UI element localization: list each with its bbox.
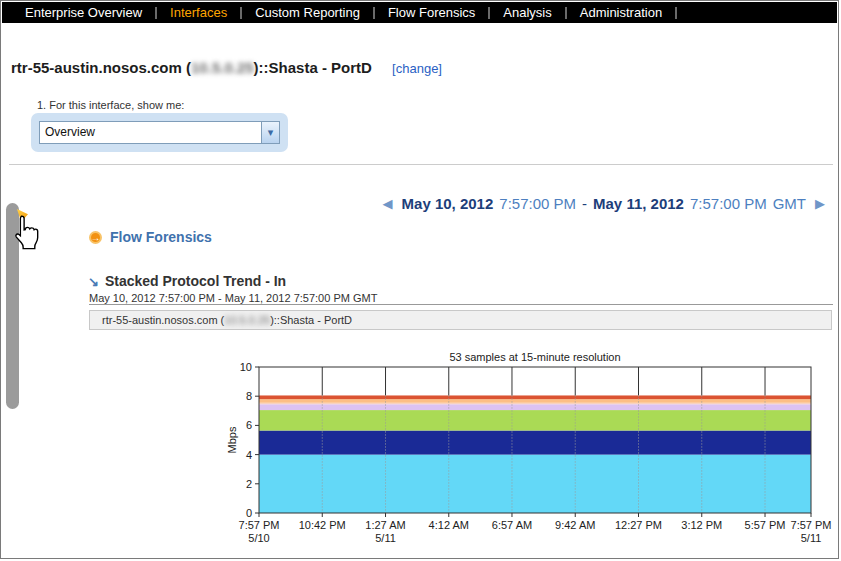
report-header: ↘ Stacked Protocol Trend - In (88, 273, 286, 289)
range-start-time: 7:57:00 PM (499, 195, 576, 212)
drilldown-arrow-icon: ↘ (88, 274, 99, 289)
y-tick-label: 10 (240, 361, 252, 373)
page: Enterprise OverviewInterfacesCustom Repo… (0, 0, 839, 559)
nav-item-enterprise-overview[interactable]: Enterprise Overview (12, 2, 155, 23)
x-tick-label: 4:12 AM (429, 519, 469, 531)
show-me-select-container: Overview ▾ (31, 113, 288, 152)
x-tick-label: 10:42 PM (299, 519, 346, 531)
section-divider (9, 164, 833, 165)
x-tick-label: 3:12 PM (681, 519, 722, 531)
top-nav: Enterprise OverviewInterfacesCustom Repo… (2, 2, 837, 23)
device-bar-prefix: rtr-55-austin.nosos.com ( (102, 314, 224, 326)
flow-forensics-link[interactable]: Flow Forensics (110, 229, 212, 245)
y-tick-label: 6 (246, 419, 252, 431)
x-tick-label: 7:57 PM (791, 519, 832, 531)
report-title: Stacked Protocol Trend - In (105, 273, 286, 289)
range-end-date: May 11, 2012 (593, 195, 684, 212)
report-underline (89, 304, 833, 305)
chevron-down-icon[interactable]: ▾ (261, 122, 279, 143)
device-bar-suffix: )::Shasta - PortD (270, 314, 352, 326)
band-cyan (259, 455, 811, 513)
x-tick-label: 6:57 AM (492, 519, 532, 531)
band-pink (259, 403, 811, 404)
range-separator: - (582, 195, 587, 212)
x-tick-sublabel: 5/11 (375, 532, 396, 544)
change-link[interactable]: [change] (392, 61, 442, 76)
report-date-range: May 10, 2012 7:57:00 PM - May 11, 2012 7… (89, 292, 377, 304)
device-name-prefix: rtr-55-austin.nosos.com ( (11, 59, 191, 76)
redacted-ip: 10.5.0.25 (224, 311, 270, 329)
device-bar: rtr-55-austin.nosos.com (10.5.0.25)::Sha… (89, 310, 832, 330)
x-tick-label: 9:42 AM (555, 519, 595, 531)
range-end-time: 7:57:00 PM (690, 195, 767, 212)
prev-range-button[interactable]: ◀ (380, 196, 396, 211)
x-tick-label: 5:57 PM (745, 519, 786, 531)
y-tick-label: 2 (246, 478, 252, 490)
nav-divider (675, 7, 677, 19)
x-tick-sublabel: 5/10 (248, 532, 269, 544)
x-tick-label: 7:57 PM (239, 519, 280, 531)
nav-item-interfaces[interactable]: Interfaces (157, 2, 240, 23)
y-tick-label: 4 (246, 449, 252, 461)
band-lavender (259, 404, 811, 410)
y-axis-label: Mbps (226, 426, 238, 453)
redacted-ip: 10.5.0.25 (191, 59, 254, 76)
y-tick-label: 8 (246, 390, 252, 402)
x-tick-sublabel: 5/11 (801, 532, 822, 544)
flow-forensics-icon: → (89, 231, 102, 244)
next-range-button[interactable]: ▶ (812, 196, 828, 211)
date-range-nav: ◀ May 10, 2012 7:57:00 PM - May 11, 2012… (380, 195, 828, 212)
hand-cursor-icon (10, 214, 41, 250)
nav-item-administration[interactable]: Administration (567, 2, 675, 23)
x-tick-label: 12:27 PM (615, 519, 662, 531)
nav-item-flow-forensics[interactable]: Flow Forensics (375, 2, 488, 23)
band-red (259, 395, 811, 399)
y-tick-label: 0 (246, 507, 252, 519)
nav-item-analysis[interactable]: Analysis (490, 2, 564, 23)
stacked-area-chart: 7:57 PM5/1010:42 PM1:27 AM5/114:12 AM6:5… (226, 361, 838, 553)
flow-forensics-header: → Flow Forensics (89, 229, 212, 245)
nav-item-custom-reporting[interactable]: Custom Reporting (242, 2, 373, 23)
select-value: Overview (40, 122, 261, 143)
band-peach (259, 399, 811, 403)
band-green (259, 410, 811, 430)
show-me-select[interactable]: Overview ▾ (39, 121, 280, 144)
range-start-date: May 10, 2012 (402, 195, 494, 212)
band-navy (259, 431, 811, 455)
page-title: rtr-55-austin.nosos.com (10.5.0.25)::Sha… (11, 59, 442, 76)
x-tick-label: 1:27 AM (365, 519, 405, 531)
device-name-suffix: )::Shasta - PortD (254, 59, 372, 76)
interface-question-label: 1. For this interface, show me: (37, 99, 184, 111)
range-timezone: GMT (773, 195, 806, 212)
